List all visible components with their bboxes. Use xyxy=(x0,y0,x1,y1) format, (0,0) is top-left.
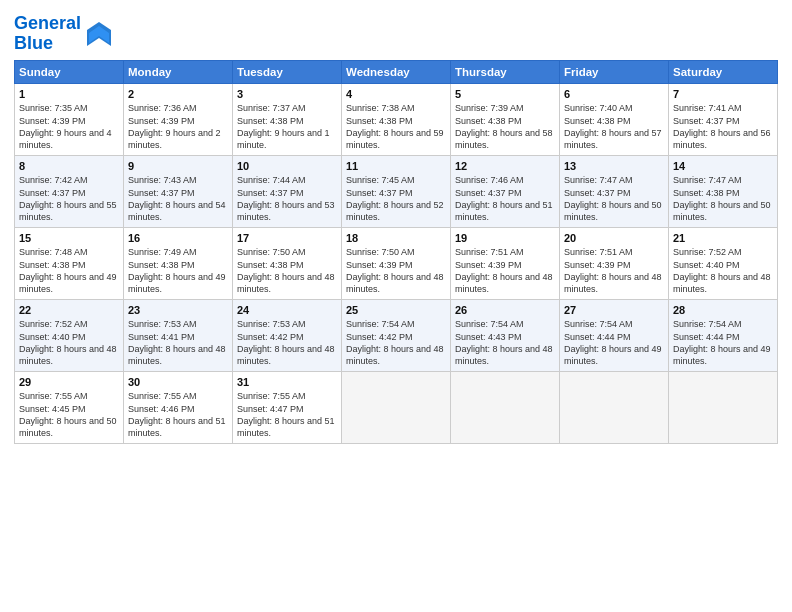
sunrise: Sunrise: 7:48 AM xyxy=(19,247,88,257)
daylight: Daylight: 8 hours and 48 minutes. xyxy=(455,272,553,294)
calendar-cell: 13Sunrise: 7:47 AMSunset: 4:37 PMDayligh… xyxy=(560,155,669,227)
day-number: 26 xyxy=(455,303,555,318)
daylight: Daylight: 8 hours and 56 minutes. xyxy=(673,128,771,150)
sunset: Sunset: 4:47 PM xyxy=(237,404,304,414)
calendar-cell: 16Sunrise: 7:49 AMSunset: 4:38 PMDayligh… xyxy=(124,227,233,299)
logo-text: GeneralBlue xyxy=(14,14,81,54)
day-number: 28 xyxy=(673,303,773,318)
day-number: 2 xyxy=(128,87,228,102)
daylight: Daylight: 8 hours and 49 minutes. xyxy=(19,272,117,294)
sunset: Sunset: 4:39 PM xyxy=(19,116,86,126)
column-header-monday: Monday xyxy=(124,60,233,83)
daylight: Daylight: 8 hours and 58 minutes. xyxy=(455,128,553,150)
daylight: Daylight: 8 hours and 50 minutes. xyxy=(564,200,662,222)
daylight: Daylight: 8 hours and 57 minutes. xyxy=(564,128,662,150)
sunset: Sunset: 4:39 PM xyxy=(346,260,413,270)
calendar-header-row: SundayMondayTuesdayWednesdayThursdayFrid… xyxy=(15,60,778,83)
calendar-cell: 20Sunrise: 7:51 AMSunset: 4:39 PMDayligh… xyxy=(560,227,669,299)
page-header: GeneralBlue xyxy=(14,10,778,54)
daylight: Daylight: 8 hours and 48 minutes. xyxy=(19,344,117,366)
logo: GeneralBlue xyxy=(14,14,113,54)
day-number: 1 xyxy=(19,87,119,102)
day-number: 16 xyxy=(128,231,228,246)
sunset: Sunset: 4:42 PM xyxy=(346,332,413,342)
calendar-cell: 4Sunrise: 7:38 AMSunset: 4:38 PMDaylight… xyxy=(342,83,451,155)
sunrise: Sunrise: 7:35 AM xyxy=(19,103,88,113)
daylight: Daylight: 8 hours and 51 minutes. xyxy=(237,416,335,438)
day-number: 12 xyxy=(455,159,555,174)
column-header-saturday: Saturday xyxy=(669,60,778,83)
sunrise: Sunrise: 7:44 AM xyxy=(237,175,306,185)
day-number: 17 xyxy=(237,231,337,246)
daylight: Daylight: 8 hours and 49 minutes. xyxy=(673,344,771,366)
calendar-cell: 10Sunrise: 7:44 AMSunset: 4:37 PMDayligh… xyxy=(233,155,342,227)
calendar-week-2: 8Sunrise: 7:42 AMSunset: 4:37 PMDaylight… xyxy=(15,155,778,227)
day-number: 20 xyxy=(564,231,664,246)
sunrise: Sunrise: 7:47 AM xyxy=(564,175,633,185)
sunset: Sunset: 4:37 PM xyxy=(128,188,195,198)
sunrise: Sunrise: 7:53 AM xyxy=(128,319,197,329)
daylight: Daylight: 8 hours and 51 minutes. xyxy=(128,416,226,438)
day-number: 4 xyxy=(346,87,446,102)
sunrise: Sunrise: 7:38 AM xyxy=(346,103,415,113)
sunset: Sunset: 4:40 PM xyxy=(19,332,86,342)
day-number: 10 xyxy=(237,159,337,174)
sunrise: Sunrise: 7:50 AM xyxy=(346,247,415,257)
daylight: Daylight: 8 hours and 49 minutes. xyxy=(128,272,226,294)
day-number: 23 xyxy=(128,303,228,318)
sunset: Sunset: 4:37 PM xyxy=(564,188,631,198)
sunset: Sunset: 4:39 PM xyxy=(128,116,195,126)
sunrise: Sunrise: 7:54 AM xyxy=(346,319,415,329)
sunset: Sunset: 4:44 PM xyxy=(564,332,631,342)
calendar-cell xyxy=(451,371,560,443)
daylight: Daylight: 8 hours and 48 minutes. xyxy=(237,272,335,294)
sunset: Sunset: 4:44 PM xyxy=(673,332,740,342)
calendar-week-5: 29Sunrise: 7:55 AMSunset: 4:45 PMDayligh… xyxy=(15,371,778,443)
calendar-cell: 23Sunrise: 7:53 AMSunset: 4:41 PMDayligh… xyxy=(124,299,233,371)
daylight: Daylight: 8 hours and 50 minutes. xyxy=(673,200,771,222)
sunrise: Sunrise: 7:43 AM xyxy=(128,175,197,185)
day-number: 24 xyxy=(237,303,337,318)
daylight: Daylight: 9 hours and 1 minute. xyxy=(237,128,330,150)
day-number: 13 xyxy=(564,159,664,174)
calendar-cell xyxy=(669,371,778,443)
page-container: GeneralBlue SundayMondayTuesdayWednesday… xyxy=(0,0,792,452)
sunrise: Sunrise: 7:55 AM xyxy=(128,391,197,401)
daylight: Daylight: 8 hours and 51 minutes. xyxy=(455,200,553,222)
calendar-cell: 5Sunrise: 7:39 AMSunset: 4:38 PMDaylight… xyxy=(451,83,560,155)
daylight: Daylight: 8 hours and 59 minutes. xyxy=(346,128,444,150)
sunrise: Sunrise: 7:39 AM xyxy=(455,103,524,113)
daylight: Daylight: 8 hours and 48 minutes. xyxy=(673,272,771,294)
day-number: 22 xyxy=(19,303,119,318)
sunset: Sunset: 4:46 PM xyxy=(128,404,195,414)
daylight: Daylight: 8 hours and 48 minutes. xyxy=(237,344,335,366)
day-number: 9 xyxy=(128,159,228,174)
column-header-friday: Friday xyxy=(560,60,669,83)
calendar-cell: 12Sunrise: 7:46 AMSunset: 4:37 PMDayligh… xyxy=(451,155,560,227)
calendar-cell xyxy=(342,371,451,443)
calendar-cell: 17Sunrise: 7:50 AMSunset: 4:38 PMDayligh… xyxy=(233,227,342,299)
sunrise: Sunrise: 7:53 AM xyxy=(237,319,306,329)
sunrise: Sunrise: 7:45 AM xyxy=(346,175,415,185)
sunrise: Sunrise: 7:42 AM xyxy=(19,175,88,185)
sunrise: Sunrise: 7:52 AM xyxy=(673,247,742,257)
calendar-cell: 24Sunrise: 7:53 AMSunset: 4:42 PMDayligh… xyxy=(233,299,342,371)
day-number: 19 xyxy=(455,231,555,246)
day-number: 27 xyxy=(564,303,664,318)
sunrise: Sunrise: 7:54 AM xyxy=(564,319,633,329)
day-number: 5 xyxy=(455,87,555,102)
day-number: 29 xyxy=(19,375,119,390)
calendar-cell: 21Sunrise: 7:52 AMSunset: 4:40 PMDayligh… xyxy=(669,227,778,299)
sunrise: Sunrise: 7:54 AM xyxy=(673,319,742,329)
day-number: 31 xyxy=(237,375,337,390)
daylight: Daylight: 8 hours and 48 minutes. xyxy=(564,272,662,294)
daylight: Daylight: 8 hours and 48 minutes. xyxy=(346,344,444,366)
calendar-cell: 25Sunrise: 7:54 AMSunset: 4:42 PMDayligh… xyxy=(342,299,451,371)
sunset: Sunset: 4:38 PM xyxy=(237,116,304,126)
daylight: Daylight: 8 hours and 55 minutes. xyxy=(19,200,117,222)
sunset: Sunset: 4:39 PM xyxy=(564,260,631,270)
sunrise: Sunrise: 7:51 AM xyxy=(455,247,524,257)
daylight: Daylight: 8 hours and 48 minutes. xyxy=(455,344,553,366)
day-number: 30 xyxy=(128,375,228,390)
sunset: Sunset: 4:37 PM xyxy=(346,188,413,198)
